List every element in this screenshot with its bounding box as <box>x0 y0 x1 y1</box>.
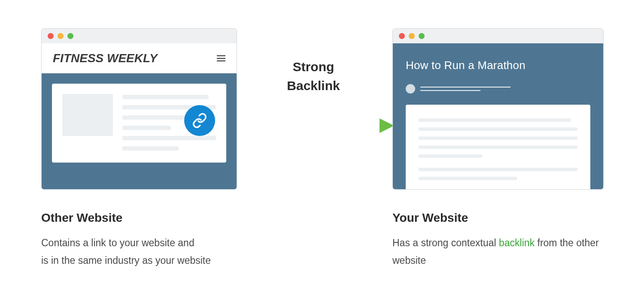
your-website-caption: Your Website Has a strong contextual bac… <box>392 211 607 270</box>
arrow-label-line1: Strong <box>293 60 334 74</box>
caption-title: Your Website <box>392 211 607 225</box>
caption-text: Has a strong contextual backlink from th… <box>392 234 607 270</box>
close-dot-icon <box>48 33 54 39</box>
menu-icon <box>217 55 225 61</box>
minimize-dot-icon <box>58 33 64 39</box>
arrow-label-line2: Backlink <box>287 79 340 93</box>
caption-title: Other Website <box>41 211 256 225</box>
other-website-browser: FITNESS WEEKLY <box>41 28 237 190</box>
window-titlebar <box>393 29 603 43</box>
highlight-word: backlink <box>499 237 535 248</box>
other-website-caption: Other Website Contains a link to your we… <box>41 211 256 270</box>
thumbnail-placeholder <box>62 94 113 136</box>
site-header: FITNESS WEEKLY <box>42 43 237 73</box>
svg-marker-1 <box>380 118 394 133</box>
maximize-dot-icon <box>67 33 73 39</box>
minimize-dot-icon <box>409 33 415 39</box>
your-website-browser: How to Run a Marathon <box>392 28 604 190</box>
byline-lines-placeholder <box>420 87 510 91</box>
arrow-label: Strong Backlink <box>240 57 386 95</box>
avatar-icon <box>406 84 415 94</box>
article-card <box>52 84 226 163</box>
byline-row <box>406 84 590 94</box>
page-title: How to Run a Marathon <box>406 59 590 72</box>
arrow-icon <box>202 116 395 133</box>
content-card <box>406 105 590 190</box>
close-dot-icon <box>399 33 405 39</box>
diagram-stage: FITNESS WEEKLY <box>0 0 644 305</box>
caption-text: Contains a link to your website and is i… <box>41 234 256 270</box>
window-titlebar <box>42 29 237 43</box>
site-logo-text: FITNESS WEEKLY <box>53 51 158 65</box>
maximize-dot-icon <box>419 33 425 39</box>
site-body: How to Run a Marathon <box>393 43 603 189</box>
